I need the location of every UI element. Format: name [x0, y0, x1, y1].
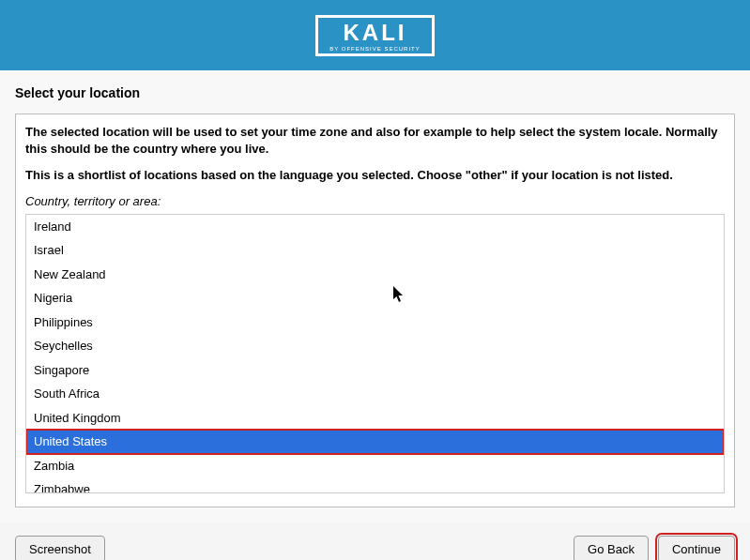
continue-button[interactable]: Continue	[658, 536, 735, 560]
list-item[interactable]: Zambia	[26, 454, 724, 478]
screenshot-button[interactable]: Screenshot	[15, 536, 105, 560]
description-line-2: This is a shortlist of locations based o…	[25, 167, 725, 184]
logo-subtitle: BY OFFENSIVE SECURITY	[329, 46, 421, 52]
list-item[interactable]: Nigeria	[26, 286, 724, 310]
page-title: Select your location	[15, 85, 735, 100]
go-back-button[interactable]: Go Back	[574, 536, 649, 560]
list-item[interactable]: Philippines	[26, 310, 724, 335]
main-panel: The selected location will be used to se…	[15, 114, 735, 507]
content-area: Select your location The selected locati…	[0, 70, 750, 522]
field-label: Country, territory or area:	[25, 194, 725, 208]
description-line-1: The selected location will be used to se…	[25, 124, 725, 158]
list-item[interactable]: Ireland	[26, 215, 724, 239]
header-bar: KALI BY OFFENSIVE SECURITY	[0, 0, 750, 70]
list-item[interactable]: United Kingdom	[26, 406, 724, 431]
list-item[interactable]: United States	[26, 430, 724, 454]
list-item[interactable]: South Africa	[26, 382, 724, 406]
location-list[interactable]: IrelandIsraelNew ZealandNigeriaPhilippin…	[25, 214, 725, 493]
list-item[interactable]: New Zealand	[26, 263, 724, 287]
list-item[interactable]: Singapore	[26, 358, 724, 383]
list-item[interactable]: Zimbabwe	[26, 477, 724, 493]
list-item[interactable]: Israel	[26, 238, 724, 263]
kali-logo: KALI BY OFFENSIVE SECURITY	[315, 15, 435, 56]
nav-button-group: Go Back Continue	[574, 536, 735, 560]
button-bar: Screenshot Go Back Continue	[0, 522, 750, 560]
list-item[interactable]: Seychelles	[26, 334, 724, 358]
logo-text: KALI	[329, 22, 421, 44]
